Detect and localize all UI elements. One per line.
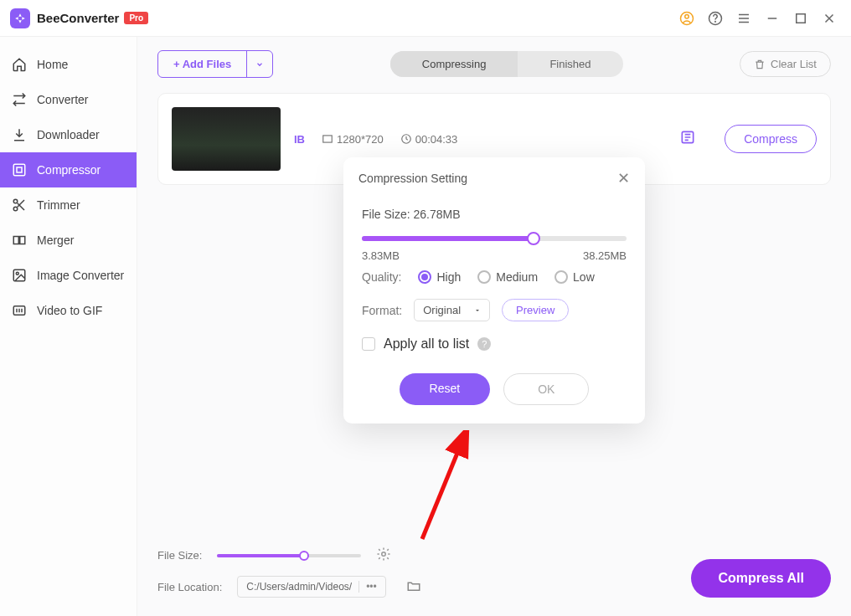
compressor-icon [12, 162, 27, 177]
radio-high-label: High [436, 270, 461, 284]
sidebar-item-downloader[interactable]: Downloader [0, 117, 137, 152]
caret-down-icon [474, 307, 481, 314]
svg-rect-8 [13, 237, 18, 244]
svg-rect-9 [20, 237, 25, 244]
scissors-icon [12, 198, 27, 213]
radio-low[interactable]: Low [554, 270, 595, 284]
compression-modal: Compression Setting ✕ File Size: 26.78MB… [343, 157, 645, 424]
svg-point-3 [715, 21, 716, 22]
pro-badge: Pro [124, 12, 148, 24]
user-icon[interactable] [675, 7, 699, 30]
sidebar-item-home[interactable]: Home [0, 47, 137, 82]
sidebar-item-label: Home [37, 58, 68, 71]
format-value: Original [423, 304, 461, 316]
svg-rect-10 [13, 270, 25, 281]
sidebar-item-label: Downloader [37, 128, 100, 141]
format-label: Format: [362, 304, 402, 317]
preview-button[interactable]: Preview [502, 299, 569, 321]
merger-icon [12, 233, 27, 248]
ok-button[interactable]: OK [503, 373, 589, 405]
svg-point-11 [16, 272, 18, 275]
help-tooltip-icon[interactable]: ? [477, 337, 491, 351]
svg-point-6 [13, 199, 18, 203]
sidebar-item-label: Merger [37, 234, 74, 247]
format-select[interactable]: Original [414, 299, 490, 321]
slider-max: 38.25MB [583, 249, 627, 262]
radio-low-label: Low [573, 270, 595, 284]
menu-icon[interactable] [732, 7, 756, 30]
maximize-icon[interactable] [789, 7, 812, 30]
modal-close-icon[interactable]: ✕ [617, 169, 630, 187]
sidebar-item-compressor[interactable]: Compressor [0, 152, 137, 187]
minimize-icon[interactable] [761, 7, 784, 30]
filesize-label: File Size: [362, 208, 413, 221]
checkbox-icon[interactable] [362, 337, 375, 351]
radio-high[interactable]: High [418, 270, 461, 284]
image-icon [12, 268, 27, 283]
slider-thumb[interactable] [527, 232, 540, 245]
sidebar-item-image-converter[interactable]: Image Converter [0, 258, 137, 293]
quality-label: Quality: [362, 270, 401, 284]
reset-button[interactable]: Reset [400, 373, 491, 405]
sidebar-item-trimmer[interactable]: Trimmer [0, 187, 137, 223]
gif-icon [12, 303, 27, 318]
annotation-arrow [405, 430, 489, 551]
svg-point-1 [685, 14, 689, 18]
filesize-slider[interactable] [362, 236, 627, 241]
svg-rect-4 [797, 13, 806, 23]
close-icon[interactable] [817, 7, 841, 30]
slider-min: 3.83MB [362, 249, 400, 262]
sidebar-item-merger[interactable]: Merger [0, 223, 137, 258]
apply-all-checkbox[interactable]: Apply all to list ? [362, 336, 627, 352]
apply-all-label: Apply all to list [384, 336, 469, 352]
app-logo [10, 8, 30, 28]
svg-point-7 [13, 207, 18, 211]
sidebar-item-label: Trimmer [37, 198, 80, 212]
svg-rect-5 [13, 164, 25, 176]
download-icon [12, 127, 27, 142]
sidebar-item-label: Image Converter [37, 269, 124, 282]
radio-medium-label: Medium [496, 270, 538, 284]
help-icon[interactable] [704, 7, 727, 30]
sidebar-item-label: Video to GIF [37, 304, 102, 317]
sidebar-item-label: Compressor [37, 163, 101, 177]
sidebar-item-label: Converter [37, 93, 88, 106]
converter-icon [12, 92, 27, 107]
sidebar-item-converter[interactable]: Converter [0, 82, 137, 117]
sidebar-item-video-to-gif[interactable]: Video to GIF [0, 293, 137, 328]
radio-medium[interactable]: Medium [477, 270, 538, 284]
home-icon [12, 57, 27, 72]
modal-title: Compression Setting [358, 172, 467, 185]
app-name: BeeConverter [37, 11, 119, 25]
filesize-value: 26.78MB [413, 208, 460, 221]
